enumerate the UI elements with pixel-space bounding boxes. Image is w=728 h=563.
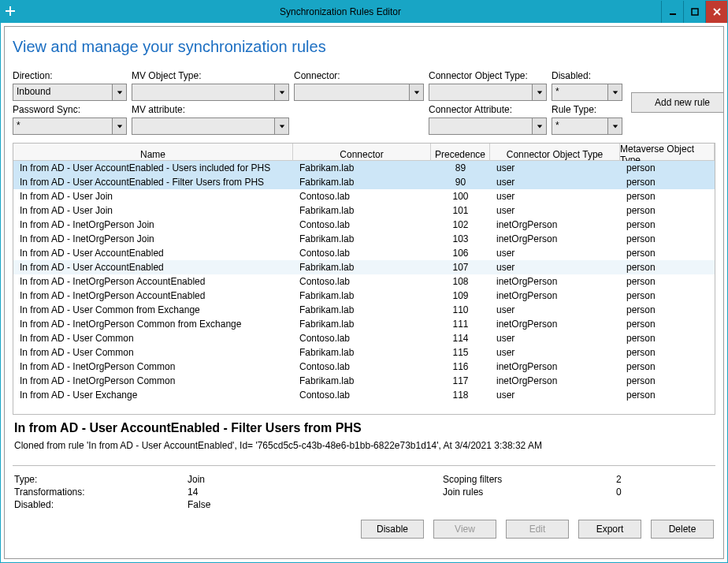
add-new-rule-button[interactable]: Add new rule — [631, 92, 724, 113]
connector-object-type-combo[interactable] — [429, 84, 547, 101]
cell: In from AD - InetOrgPerson Join — [13, 233, 293, 245]
type-label: Type: — [14, 474, 188, 485]
page-title: View and manage your synchronization rul… — [13, 38, 715, 56]
cell: Fabrikam.lab — [293, 162, 431, 174]
svg-marker-10 — [612, 91, 617, 94]
type-value: Join — [188, 474, 345, 485]
table-row[interactable]: In from AD - User JoinContoso.lab100user… — [13, 189, 715, 203]
cell: 110 — [431, 304, 490, 316]
disable-button[interactable]: Disable — [361, 520, 424, 539]
cell: person — [620, 218, 715, 231]
cell: In from AD - User AccountEnabled — [13, 261, 293, 274]
divider — [13, 465, 715, 466]
svg-marker-8 — [414, 91, 418, 94]
rule-type-combo[interactable]: * — [552, 117, 622, 135]
cell: person — [620, 346, 715, 359]
chevron-down-icon — [532, 84, 546, 100]
svg-marker-9 — [537, 91, 541, 94]
scoping-filters-value: 2 — [616, 474, 714, 485]
cell: In from AD - InetOrgPerson Join — [13, 218, 293, 231]
table-row[interactable]: In from AD - User CommonFabrikam.lab115u… — [13, 345, 715, 360]
table-row[interactable]: In from AD - InetOrgPerson JoinFabrikam.… — [13, 232, 715, 246]
cell: user — [490, 261, 620, 274]
cell: 115 — [431, 346, 490, 359]
delete-button[interactable]: Delete — [651, 520, 714, 539]
action-buttons: Disable View Edit Export Delete — [13, 520, 715, 539]
edit-button[interactable]: Edit — [506, 520, 569, 539]
cell: Fabrikam.lab — [293, 304, 431, 316]
svg-marker-13 — [537, 125, 541, 128]
cell: In from AD - User Common — [13, 346, 293, 359]
window-title: Synchronization Rules Editor — [20, 6, 661, 17]
cell: person — [620, 261, 715, 274]
disabled-detail-label: Disabled: — [14, 499, 188, 510]
cell: Contoso.lab — [293, 190, 431, 203]
cell: Fabrikam.lab — [293, 204, 431, 217]
cell: Fabrikam.lab — [293, 289, 431, 302]
cell: person — [620, 318, 715, 330]
view-button[interactable]: View — [433, 520, 496, 539]
cell: Contoso.lab — [293, 332, 431, 345]
svg-rect-1 — [6, 10, 15, 12]
password-sync-combo[interactable]: * — [13, 117, 127, 135]
cell: person — [620, 190, 715, 203]
cell: person — [620, 162, 715, 174]
cell: person — [620, 204, 715, 217]
cell: inetOrgPerson — [490, 218, 620, 231]
table-row[interactable]: In from AD - InetOrgPerson AccountEnable… — [13, 274, 715, 289]
table-row[interactable]: In from AD - User AccountEnabled - Filte… — [13, 175, 715, 189]
minimize-button[interactable] — [661, 1, 683, 23]
rule-type-label: Rule Type: — [552, 104, 622, 115]
table-row[interactable]: In from AD - User AccountEnabledContoso.… — [13, 246, 715, 260]
maximize-button[interactable] — [683, 1, 705, 23]
cell: inetOrgPerson — [490, 275, 620, 288]
table-row[interactable]: In from AD - InetOrgPerson CommonFabrika… — [13, 374, 715, 388]
mv-object-type-combo[interactable] — [132, 84, 289, 101]
disabled-detail-value: False — [188, 499, 345, 510]
disabled-combo[interactable]: * — [552, 84, 622, 101]
mv-attribute-combo[interactable] — [132, 117, 289, 135]
table-row[interactable]: In from AD - User AccountEnabledFabrikam… — [13, 260, 715, 274]
scoping-filters-label: Scoping filters — [443, 474, 616, 485]
cell: person — [620, 332, 715, 345]
mv-object-type-label: MV Object Type: — [132, 70, 289, 81]
cell: inetOrgPerson — [490, 318, 620, 330]
table-row[interactable]: In from AD - InetOrgPerson Common from E… — [13, 317, 715, 331]
cell: 103 — [431, 233, 490, 245]
cell: person — [620, 289, 715, 302]
cell: In from AD - InetOrgPerson AccountEnable… — [13, 275, 293, 288]
cell: Fabrikam.lab — [293, 346, 431, 359]
chevron-down-icon — [274, 84, 288, 100]
table-row[interactable]: In from AD - InetOrgPerson JoinContoso.l… — [13, 218, 715, 232]
cell: user — [490, 389, 620, 401]
cell: person — [620, 176, 715, 188]
app-icon — [6, 6, 15, 18]
table-row[interactable]: In from AD - User CommonContoso.lab114us… — [13, 331, 715, 345]
table-row[interactable]: In from AD - User ExchangeContoso.lab118… — [13, 388, 715, 402]
cell: In from AD - InetOrgPerson Common — [13, 360, 293, 373]
cell: person — [620, 375, 715, 387]
cell: user — [490, 176, 620, 188]
cell: In from AD - User AccountEnabled - Filte… — [13, 176, 293, 188]
cell: 102 — [431, 218, 490, 231]
titlebar: Synchronization Rules Editor — [1, 1, 727, 23]
disabled-label: Disabled: — [552, 70, 622, 81]
table-row[interactable]: In from AD - User JoinFabrikam.lab101use… — [13, 203, 715, 218]
export-button[interactable]: Export — [578, 520, 641, 539]
cell: user — [490, 304, 620, 316]
cell: person — [620, 233, 715, 245]
cell: user — [490, 162, 620, 174]
direction-combo[interactable]: Inbound — [13, 84, 127, 101]
cell: Contoso.lab — [293, 275, 431, 288]
connector-combo[interactable] — [294, 84, 424, 101]
table-row[interactable]: In from AD - User Common from ExchangeFa… — [13, 303, 715, 317]
table-row[interactable]: In from AD - User AccountEnabled - Users… — [13, 161, 715, 175]
table-row[interactable]: In from AD - InetOrgPerson AccountEnable… — [13, 289, 715, 303]
close-button[interactable] — [705, 1, 727, 23]
connector-attribute-combo[interactable] — [429, 117, 547, 135]
table-row[interactable]: In from AD - InetOrgPerson CommonContoso… — [13, 360, 715, 374]
cell: In from AD - User Common from Exchange — [13, 304, 293, 316]
chevron-down-icon — [112, 118, 126, 134]
transformations-value: 14 — [188, 487, 345, 498]
chevron-down-icon — [607, 118, 622, 134]
